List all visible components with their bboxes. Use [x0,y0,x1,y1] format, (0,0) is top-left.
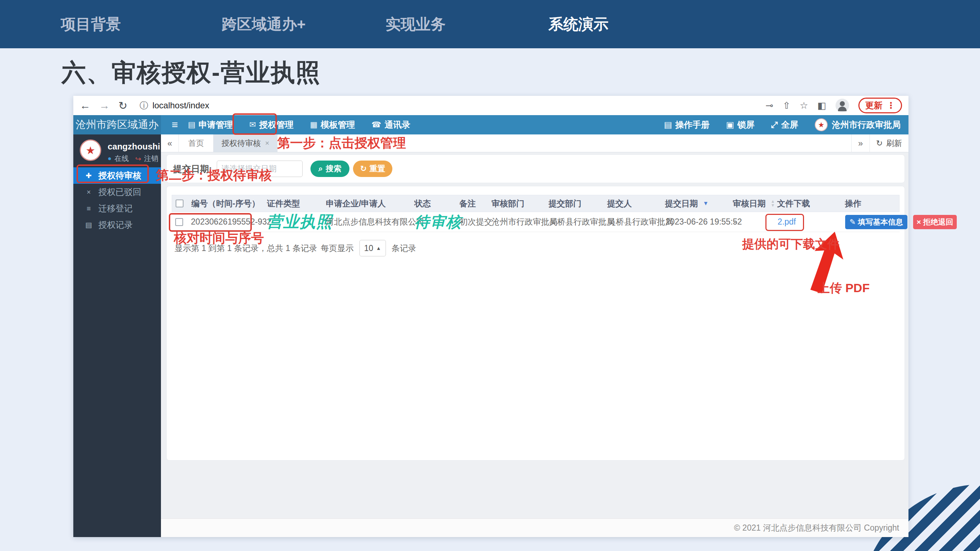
tab-pending-review[interactable]: 授权待审核 × [213,135,278,152]
sidebar-item-migration[interactable]: ≡ 迁移登记 [73,200,161,217]
address-bar[interactable]: ⓘ localhost/index [140,100,765,111]
cell-applicant: 河北点步信息科技有限公司 [322,216,411,227]
menu-template-management[interactable]: ▦ 模板管理 [310,119,355,130]
col-review-dept[interactable]: 审核部门 [488,198,545,209]
menu-label: 通讯录 [385,119,410,130]
application-icon: ▤ [188,120,196,129]
cell-remark: 初次提交 [456,216,488,227]
sidebar-item-label: 授权已驳回 [99,186,141,198]
chrome-update-button[interactable]: 更新 ⋮ [858,98,902,113]
col-status[interactable]: 状态 [411,198,456,209]
slide-nav-tab-demo[interactable]: 系统演示 [548,0,608,48]
app-footer: © 2021 河北点步信息科技有限公司 Copyright [161,518,908,537]
col-review-date[interactable]: 审核日期 ▲▼ [729,198,774,209]
sort-desc-icon[interactable]: ▼ [703,200,708,206]
col-cert-type[interactable]: 证件类型 [263,198,322,209]
logout-icon[interactable]: ↪ [135,154,141,163]
browser-menu-dots-icon[interactable]: ⋮ [887,100,895,111]
forward-icon[interactable]: → [99,99,110,111]
slide-nav-tab-business[interactable]: 实现业务 [385,0,445,48]
browser-profile-avatar[interactable] [835,99,849,112]
agency-name: 沧州市行政审批局 [832,119,900,130]
sidebar-item-label: 迁移登记 [99,203,133,214]
x-icon: × [84,188,93,196]
list-icon: ≡ [84,205,93,213]
table-header-row: 编号（时间-序号） 证件类型 申请企业/申请人 状态 备注 审核部门 提交部门 … [172,195,899,212]
update-label: 更新 [865,100,882,111]
highlight-box-row-id [169,213,252,232]
bookmark-star-icon[interactable]: ☆ [800,100,808,111]
password-key-icon[interactable]: ⊸ [766,100,774,111]
cell-review-dept: 沧州市行政审批局 [488,216,546,227]
fullscreen-button[interactable]: ⤢ 全屏 [771,119,798,130]
annotation-check-time: 核对时间与序号 [174,230,264,247]
fill-basic-info-button[interactable]: ✎ 填写基本信息 [845,215,907,229]
per-page-value: 10 [364,243,374,253]
user-avatar: ★ [80,140,101,161]
collapse-tabs-icon[interactable]: « [161,135,179,152]
cell-submitter: 吴桥县行政审批局 [604,216,662,227]
sidebar-item-label: 授权记录 [99,219,133,230]
search-button[interactable]: ⌕ 搜索 [310,160,349,177]
page-tabs-bar: « 首页 授权待审核 × » ↻ 刷新 [161,135,908,152]
sidebar-toggle-icon[interactable]: ≡ [172,119,178,131]
reset-icon: ↻ [360,164,367,173]
highlight-box-auth-menu [232,113,277,135]
browser-toolbar: ← → ↻ ⓘ localhost/index ⊸ ⇧ ☆ ◧ 更新 ⋮ [73,96,908,115]
menu-label: 申请管理 [199,119,233,130]
search-panel: 提交日期: ⌕ 搜索 ↻ 重置 [166,154,905,183]
app-header: 沧州市跨区域通办 ≡ ▤ 申请管理 ✉ 授权管理 ▦ 模板管理 ☎ 通讯录 [73,115,908,135]
reset-button[interactable]: ↻ 重置 [353,160,392,177]
copyright-text: © 2021 河北点步信息科技有限公司 Copyright [734,522,899,534]
annotation-step1: 第一步：点击授权管理 [277,135,406,152]
edit-label: 填写基本信息 [858,217,903,227]
lock-label: 锁屏 [738,119,755,130]
menu-contacts[interactable]: ☎ 通讯录 [372,119,410,130]
manual-button[interactable]: ▤ 操作手册 [664,119,710,130]
sidebar-item-records[interactable]: ▤ 授权记录 [73,217,161,233]
agency-account[interactable]: ★ 沧州市行政审批局 [815,118,900,131]
highlight-box-pdf [765,214,804,231]
share-icon[interactable]: ⇧ [783,100,791,111]
refresh-tab-button[interactable]: ↻ 刷新 [869,135,908,152]
sidebar-item-rejected[interactable]: × 授权已驳回 [73,184,161,200]
slide-title: 六、审核授权-营业执照 [62,57,321,89]
logout-link[interactable]: 注销 [144,154,158,164]
slide-nav-tab-crossregion[interactable]: 跨区域通办+ [222,0,306,48]
lock-screen-button[interactable]: ▣ 锁屏 [726,119,755,130]
select-all-checkbox[interactable] [176,200,183,207]
tab-split-icon[interactable]: ◧ [817,100,826,111]
online-dot-icon: ● [108,155,111,162]
slide-top-nav: 项目背景 跨区域通办+ 实现业务 系统演示 [0,0,980,48]
col-applicant[interactable]: 申请企业/申请人 [322,198,410,209]
col-id[interactable]: 编号（时间-序号） [188,198,264,209]
edit-icon: ✎ [850,218,856,226]
annotation-step2: 第二步：授权待审核 [156,167,272,184]
tab-label: 授权待审核 [221,138,261,149]
reject-return-button[interactable]: × 拒绝退回 [913,215,957,229]
online-status: 在线 [115,154,129,164]
col-submit-date[interactable]: 提交日期 ▼ [661,198,729,209]
search-icon: ⌕ [318,164,323,173]
site-info-icon[interactable]: ⓘ [140,100,148,111]
close-tab-icon[interactable]: × [265,139,269,147]
cell-status: 待审核 [415,212,462,232]
slide-nav-tab-background[interactable]: 项目背景 [61,0,121,48]
template-icon: ▦ [310,120,318,129]
refresh-label: 刷新 [886,138,902,149]
agency-emblem-icon: ★ [815,118,827,131]
col-submit-dept[interactable]: 提交部门 [545,198,604,209]
back-icon[interactable]: ← [80,99,91,111]
reload-icon[interactable]: ↻ [118,99,127,112]
menu-application-management[interactable]: ▤ 申请管理 [188,119,233,130]
highlight-box-sidebar-pending [76,165,149,183]
per-page-select[interactable]: 10 ▲ [360,240,386,256]
col-file-download[interactable]: 文件下载 [774,198,842,209]
col-submitter[interactable]: 提交人 [603,198,661,209]
refresh-icon: ↻ [876,139,883,148]
col-remark[interactable]: 备注 [456,198,488,209]
book-icon: ▤ [664,120,672,130]
expand-tabs-icon[interactable]: » [851,135,869,152]
browser-window: ← → ↻ ⓘ localhost/index ⊸ ⇧ ☆ ◧ 更新 ⋮ 沧州市… [73,96,908,537]
tab-home[interactable]: 首页 [179,135,213,152]
